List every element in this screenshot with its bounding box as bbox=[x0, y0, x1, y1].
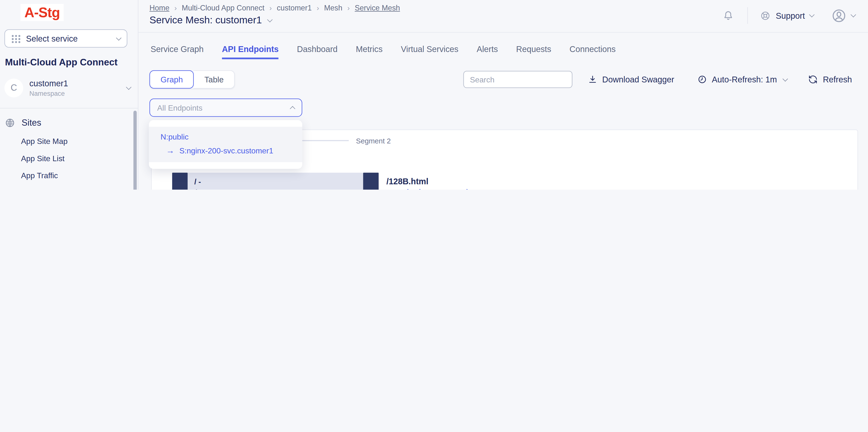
breadcrumb-separator bbox=[347, 4, 350, 12]
tab-connections[interactable]: Connections bbox=[569, 44, 616, 59]
sidebar: A-Stg Select service Multi-Cloud App Con… bbox=[0, 0, 138, 190]
notifications-bell-icon[interactable] bbox=[723, 10, 734, 21]
graph-row-endpoint[interactable]: / - 1 /128B.html GET (Schema, PDFs) bbox=[172, 173, 469, 190]
tab-dashboard[interactable]: Dashboard bbox=[297, 44, 338, 59]
select-service-label: Select service bbox=[26, 34, 78, 43]
endpoint-filter-menu: N:public → S:nginx-200-svc.customer1 bbox=[149, 120, 302, 169]
graph-edge-band: / - 1 bbox=[188, 173, 363, 190]
divider bbox=[0, 108, 138, 109]
globe-icon bbox=[5, 118, 15, 128]
app-window: A-Stg Select service Multi-Cloud App Con… bbox=[0, 0, 868, 190]
tab-virtual-services[interactable]: Virtual Services bbox=[401, 44, 459, 59]
toolbar: Graph Table Download Swagger Auto-Refres… bbox=[150, 70, 852, 89]
tab-requests[interactable]: Requests bbox=[516, 44, 551, 59]
refresh-label: Refresh bbox=[823, 74, 852, 84]
chevron-down-icon bbox=[116, 35, 122, 40]
product-title: Multi-Cloud App Connect bbox=[5, 57, 118, 68]
view-toggle: Graph Table bbox=[150, 70, 235, 89]
tab-bar: Service Graph API Endpoints Dashboard Me… bbox=[151, 44, 616, 59]
page-title: Service Mesh: customer1 bbox=[150, 14, 262, 26]
chevron-up-icon bbox=[290, 106, 296, 112]
header-actions: Support bbox=[723, 6, 855, 24]
refresh-button[interactable]: Refresh bbox=[808, 74, 852, 84]
download-icon bbox=[588, 74, 597, 84]
header-divider bbox=[748, 7, 748, 24]
view-toggle-graph[interactable]: Graph bbox=[150, 70, 194, 89]
segment-label: Segment 2 bbox=[356, 136, 391, 145]
chevron-down-icon bbox=[783, 76, 788, 82]
edge-path-label: / - bbox=[194, 178, 363, 186]
breadcrumb-home[interactable]: Home bbox=[150, 4, 169, 12]
graph-node[interactable] bbox=[363, 173, 379, 190]
breadcrumb-namespace[interactable]: customer1 bbox=[277, 4, 312, 12]
header-separator bbox=[138, 32, 868, 33]
support-label: Support bbox=[776, 11, 805, 20]
download-swagger-label: Download Swagger bbox=[602, 74, 674, 84]
user-avatar-icon bbox=[832, 8, 846, 23]
graph-node[interactable] bbox=[172, 173, 188, 190]
refresh-icon bbox=[808, 74, 818, 84]
breadcrumb-product[interactable]: Multi-Cloud App Connect bbox=[182, 4, 265, 12]
brand-logo: A-Stg bbox=[21, 4, 64, 21]
auto-refresh-label: Auto-Refresh: 1m bbox=[712, 74, 777, 84]
breadcrumb-separator bbox=[269, 4, 272, 12]
edge-count-label: 1 bbox=[194, 188, 363, 190]
namespace-name: customer1 bbox=[29, 79, 68, 89]
chevron-down-icon bbox=[850, 12, 856, 18]
chevron-down-icon bbox=[809, 12, 815, 18]
tab-metrics[interactable]: Metrics bbox=[356, 44, 382, 59]
sidebar-item-app-traffic[interactable]: App Traffic bbox=[21, 172, 138, 179]
arrow-right-icon: → bbox=[166, 146, 174, 155]
endpoint-option-service: S:nginx-200-svc.customer1 bbox=[180, 146, 273, 155]
breadcrumb-mesh[interactable]: Mesh bbox=[324, 4, 342, 12]
account-menu[interactable] bbox=[832, 8, 855, 23]
endpoint-option-namespace: N:public bbox=[149, 132, 302, 141]
auto-refresh-dropdown[interactable]: Auto-Refresh: 1m bbox=[698, 74, 787, 84]
sidebar-scrollbar[interactable] bbox=[133, 111, 137, 190]
view-toggle-table[interactable]: Table bbox=[194, 70, 235, 89]
namespace-type-label: Namespace bbox=[29, 90, 68, 97]
nav-group-sites: Sites App Site Map App Site List App Tra… bbox=[0, 111, 138, 190]
nav-group-label: Sites bbox=[22, 118, 41, 128]
support-menu[interactable]: Support bbox=[760, 10, 814, 21]
download-swagger-button[interactable]: Download Swagger bbox=[588, 74, 674, 84]
breadcrumb-separator bbox=[174, 4, 177, 12]
tab-alerts[interactable]: Alerts bbox=[476, 44, 498, 59]
namespace-avatar: C bbox=[4, 79, 23, 97]
graph-edge-line bbox=[302, 140, 349, 141]
breadcrumb-separator bbox=[317, 4, 319, 12]
life-buoy-icon bbox=[760, 10, 771, 21]
chevron-down-icon[interactable] bbox=[267, 17, 273, 22]
search-input[interactable] bbox=[463, 71, 572, 88]
tab-api-endpoints[interactable]: API Endpoints bbox=[222, 44, 279, 59]
namespace-selector[interactable]: C customer1 Namespace bbox=[4, 74, 135, 102]
clock-icon bbox=[698, 74, 707, 84]
endpoint-filter-dropdown[interactable]: All Endpoints bbox=[150, 98, 302, 117]
endpoint-path-label: /128B.html bbox=[386, 177, 469, 186]
endpoint-method-link[interactable]: GET (Schema, PDFs) bbox=[386, 188, 469, 190]
endpoint-filter-value: All Endpoints bbox=[157, 103, 203, 112]
chevron-down-icon bbox=[126, 84, 131, 90]
sidebar-item-app-site-map[interactable]: App Site Map bbox=[21, 137, 138, 145]
endpoint-option[interactable]: N:public → S:nginx-200-svc.customer1 bbox=[149, 127, 302, 162]
tab-service-graph[interactable]: Service Graph bbox=[151, 44, 204, 59]
select-service-dropdown[interactable]: Select service bbox=[4, 29, 127, 48]
breadcrumb-service-mesh[interactable]: Service Mesh bbox=[355, 4, 400, 12]
nav-group-sites-header[interactable]: Sites bbox=[0, 111, 138, 128]
main-area: Home Multi-Cloud App Connect customer1 M… bbox=[138, 0, 868, 190]
grid-icon bbox=[11, 34, 21, 43]
breadcrumb: Home Multi-Cloud App Connect customer1 M… bbox=[150, 4, 400, 12]
sidebar-item-app-site-list[interactable]: App Site List bbox=[21, 154, 138, 162]
